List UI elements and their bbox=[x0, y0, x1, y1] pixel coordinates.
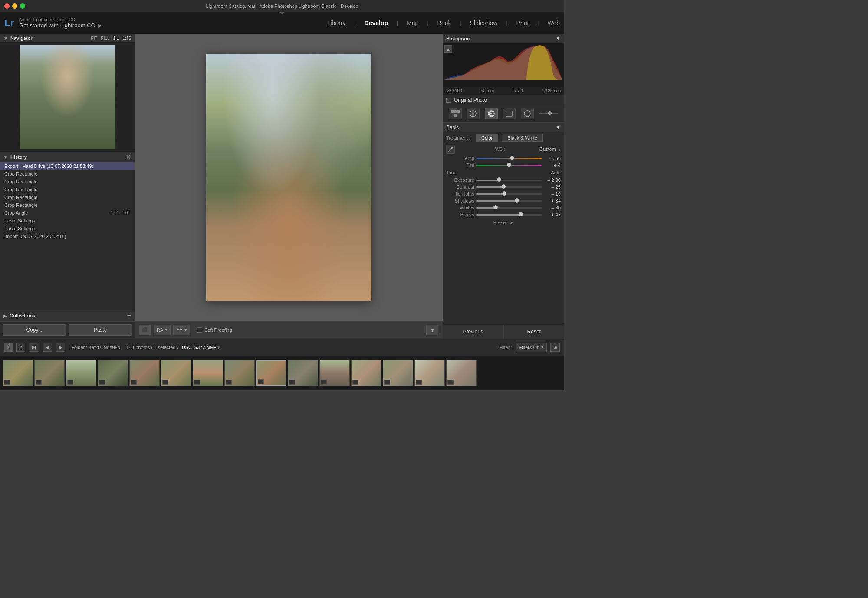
nav-print[interactable]: Print bbox=[516, 20, 529, 26]
soft-proofing-toggle[interactable]: Soft Proofing bbox=[197, 327, 232, 333]
window-controls[interactable] bbox=[4, 3, 25, 9]
history-item[interactable]: Paste Settings bbox=[0, 225, 135, 232]
yy-dropdown[interactable]: YY ▾ bbox=[173, 325, 190, 335]
contrast-label: Contrast bbox=[446, 184, 474, 190]
film-thumbnail[interactable] bbox=[414, 360, 445, 386]
film-thumbnail[interactable] bbox=[66, 360, 96, 386]
maximize-button[interactable] bbox=[20, 3, 25, 9]
contrast-slider-thumb[interactable] bbox=[501, 184, 506, 189]
temp-slider-track[interactable] bbox=[476, 158, 542, 159]
film-thumbnail[interactable] bbox=[319, 360, 350, 386]
whites-slider-thumb[interactable] bbox=[493, 205, 498, 209]
minimize-button[interactable] bbox=[12, 3, 17, 9]
history-item[interactable]: Crop Rectangle bbox=[0, 170, 135, 178]
ra-arrow-icon: ▾ bbox=[165, 327, 168, 333]
shadows-slider-thumb[interactable] bbox=[515, 198, 519, 203]
film-thumbnail[interactable] bbox=[351, 360, 381, 386]
collections-header[interactable]: ▶ Collections + bbox=[0, 310, 135, 321]
history-item[interactable]: Crop Angle -1,61 -1,61 bbox=[0, 209, 135, 217]
highlights-value: – 19 bbox=[543, 191, 561, 196]
color-treatment-button[interactable]: Color bbox=[476, 134, 498, 142]
app-info: Adobe Lightroom Classic CC Get started w… bbox=[19, 17, 102, 29]
nav-fit[interactable]: FIT bbox=[91, 36, 98, 41]
nav-develop[interactable]: Develop bbox=[365, 20, 388, 26]
filter-dropdown[interactable]: Filters Off ▾ bbox=[516, 343, 547, 352]
film-thumbnail[interactable] bbox=[383, 360, 413, 386]
blacks-slider-thumb[interactable] bbox=[519, 212, 523, 216]
close-button[interactable] bbox=[4, 3, 10, 9]
highlights-slider-track[interactable] bbox=[476, 193, 542, 195]
nav-fill[interactable]: FILL bbox=[101, 36, 110, 41]
hsl-tool-icon[interactable] bbox=[485, 108, 498, 119]
history-item[interactable]: Crop Rectangle bbox=[0, 193, 135, 201]
filmstrip-end-button[interactable]: ⊞ bbox=[550, 343, 560, 352]
tint-slider-thumb[interactable] bbox=[507, 163, 511, 167]
histogram-header[interactable]: Histogram ▼ bbox=[443, 34, 564, 43]
temp-slider-thumb[interactable] bbox=[510, 156, 514, 160]
film-thumbnail[interactable] bbox=[161, 360, 191, 386]
nav-slideshow[interactable]: Slideshow bbox=[470, 20, 498, 26]
nav-1-1[interactable]: 1:1 bbox=[113, 36, 119, 41]
wb-eyedropper-icon[interactable] bbox=[446, 145, 455, 154]
history-item[interactable]: Export - Hard Drive (13.07.2020 21:53:49… bbox=[0, 162, 135, 170]
previous-button[interactable]: Previous bbox=[443, 325, 503, 338]
contrast-slider-track[interactable] bbox=[476, 186, 542, 188]
history-item[interactable]: Crop Rectangle bbox=[0, 186, 135, 193]
film-thumbnail[interactable] bbox=[446, 360, 477, 386]
crop-tool-button[interactable]: ⬛ bbox=[139, 325, 151, 335]
history-header[interactable]: ▼ History ✕ bbox=[0, 152, 135, 162]
paste-button[interactable]: Paste bbox=[69, 324, 132, 336]
grid-view-button[interactable]: ⊞ bbox=[29, 343, 39, 352]
original-photo-checkbox[interactable] bbox=[446, 98, 451, 103]
film-thumbnail[interactable] bbox=[98, 360, 128, 386]
soft-proofing-checkbox[interactable] bbox=[197, 327, 202, 333]
film-thumbnail[interactable] bbox=[3, 360, 33, 386]
tone-slider-icon[interactable] bbox=[539, 113, 558, 114]
navigator-header[interactable]: ▼ Navigator FIT FILL 1:1 1:16 bbox=[0, 34, 135, 42]
split-toning-icon[interactable] bbox=[503, 108, 516, 119]
copy-button[interactable]: Copy... bbox=[3, 324, 66, 336]
view-1-button[interactable]: 1 bbox=[4, 343, 13, 352]
thumb-badge-icon bbox=[99, 380, 105, 385]
original-photo-label: Original Photo bbox=[454, 97, 487, 103]
grid-tool-icon[interactable] bbox=[449, 108, 462, 119]
blacks-slider-track[interactable] bbox=[476, 214, 542, 216]
detail-icon[interactable] bbox=[521, 108, 534, 119]
history-close-button[interactable]: ✕ bbox=[126, 154, 131, 160]
highlights-slider-thumb[interactable] bbox=[502, 191, 506, 196]
whites-slider-track[interactable] bbox=[476, 207, 542, 209]
wb-dropdown-icon[interactable]: ▾ bbox=[559, 147, 561, 152]
reset-button[interactable]: Reset bbox=[503, 325, 565, 338]
film-thumbnail[interactable] bbox=[129, 360, 160, 386]
tint-slider-track[interactable] bbox=[476, 165, 542, 166]
histogram-clip-highlights-button[interactable]: ▲ bbox=[444, 45, 452, 53]
history-item[interactable]: Crop Rectangle bbox=[0, 201, 135, 209]
history-item[interactable]: Crop Rectangle bbox=[0, 178, 135, 186]
tone-curve-icon[interactable] bbox=[467, 108, 480, 119]
history-item[interactable]: Import (09.07.2020 20:02:18) bbox=[0, 232, 135, 240]
history-item[interactable]: Paste Settings bbox=[0, 217, 135, 225]
film-thumbnail[interactable] bbox=[256, 360, 286, 386]
toolbar-end-button[interactable]: ▾ bbox=[426, 325, 438, 335]
nav-web[interactable]: Web bbox=[547, 20, 560, 26]
prev-photo-button[interactable]: ◀ bbox=[43, 343, 52, 352]
tone-auto-button[interactable]: Auto bbox=[551, 170, 561, 175]
film-thumbnail[interactable] bbox=[34, 360, 65, 386]
nav-1-16[interactable]: 1:16 bbox=[123, 36, 131, 41]
exposure-slider-track[interactable] bbox=[476, 180, 542, 181]
nav-map[interactable]: Map bbox=[407, 20, 418, 26]
film-thumbnail[interactable] bbox=[193, 360, 223, 386]
film-thumbnail[interactable] bbox=[224, 360, 255, 386]
next-photo-button[interactable]: ▶ bbox=[56, 343, 65, 352]
shadows-slider-track[interactable] bbox=[476, 200, 542, 202]
collections-add-button[interactable]: + bbox=[127, 312, 131, 320]
exposure-slider-thumb[interactable] bbox=[497, 177, 501, 182]
bw-treatment-button[interactable]: Black & White bbox=[502, 134, 542, 142]
filename-dropdown-icon[interactable]: ▾ bbox=[217, 345, 220, 350]
nav-library[interactable]: Library bbox=[327, 20, 346, 26]
film-thumbnail[interactable] bbox=[288, 360, 318, 386]
ra-dropdown[interactable]: RA ▾ bbox=[154, 325, 171, 335]
nav-book[interactable]: Book bbox=[437, 20, 451, 26]
view-2-button[interactable]: 2 bbox=[16, 343, 25, 352]
basic-section-header[interactable]: Basic ▼ bbox=[443, 122, 564, 132]
